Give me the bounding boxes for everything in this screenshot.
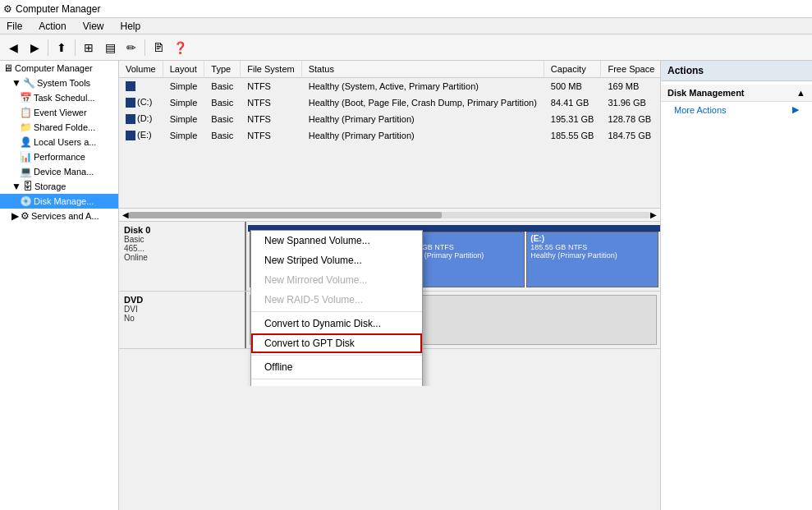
sidebar-item-performance[interactable]: 📊 Performance <box>0 149 118 164</box>
ctx-convert-dynamic[interactable]: Convert to Dynamic Disk... <box>251 314 422 333</box>
device-manager-icon: 💻 <box>20 166 32 177</box>
action-more-actions[interactable]: More Actions ▶ <box>661 102 812 117</box>
forward-button[interactable]: ▶ <box>25 38 44 57</box>
sidebar-item-storage[interactable]: ▼ 🗄 Storage <box>0 179 118 194</box>
task-scheduler-icon: 📅 <box>20 92 32 103</box>
ctx-sep-2 <box>251 355 422 356</box>
ctx-offline[interactable]: Offline <box>251 357 422 377</box>
disk-table: Volume Layout Type File System Status Ca… <box>119 61 660 209</box>
ctx-sep-1 <box>251 311 422 312</box>
disk0-info: Disk 0 Basic 465... Online <box>119 222 246 291</box>
app-title: Computer Manager <box>16 3 100 15</box>
col-layout[interactable]: Layout <box>163 61 204 78</box>
actions-section-title: Disk Management <box>667 88 745 98</box>
show-hide-button[interactable]: ⊞ <box>79 38 99 57</box>
scroll-left-arrow[interactable]: ◀ <box>122 210 129 219</box>
partition-e-size: 185.55 GB NTFS <box>530 243 654 251</box>
table-row[interactable]: (D:)SimpleBasicNTFSHealthy (Primary Part… <box>119 111 660 127</box>
sidebar-label-computer-manager: Computer Manager <box>15 63 93 73</box>
table-row[interactable]: SimpleBasicNTFSHealthy (System, Active, … <box>119 78 660 94</box>
up-button[interactable]: ⬆ <box>52 38 71 57</box>
system-tools-icon: ▼ <box>11 77 21 89</box>
sidebar-label-disk-management: Disk Manage... <box>34 196 94 206</box>
col-volume[interactable]: Volume <box>119 61 163 78</box>
sidebar-label-shared-folders: Shared Folde... <box>34 122 95 132</box>
sidebar-label-performance: Performance <box>34 152 85 162</box>
toolbar-sep-3 <box>145 39 145 56</box>
disk0-row: Disk 0 Basic 465... Online (C:) <box>119 222 660 292</box>
sidebar-label-system-tools: System Tools <box>37 78 90 88</box>
horizontal-scrollbar[interactable]: ◀ ▶ <box>119 209 660 222</box>
toolbar: ◀ ▶ ⬆ ⊞ ▤ ✏ 🖹 ❓ <box>0 34 812 61</box>
sidebar-item-local-users[interactable]: 👤 Local Users a... <box>0 135 118 149</box>
sidebar-label-storage: Storage <box>34 181 67 191</box>
disk0-type: Basic <box>124 235 240 244</box>
services-icon: ⚙ <box>21 210 30 222</box>
partition-e[interactable]: (E:) 185.55 GB NTFS Healthy (Primary Par… <box>526 232 658 287</box>
col-filesystem[interactable]: File System <box>241 61 301 78</box>
dvd-info: DVD DVI No <box>119 292 246 348</box>
computer-manager-icon: 🖥 <box>3 62 13 74</box>
sidebar-label-task-scheduler: Task Schedul... <box>34 93 95 103</box>
sidebar-item-device-manager[interactable]: 💻 Device Mana... <box>0 164 118 179</box>
toolbar-sep-2 <box>75 39 76 56</box>
sidebar-item-disk-management[interactable]: 💿 Disk Manage... <box>0 194 118 209</box>
app-icon: ⚙ <box>3 3 12 15</box>
col-status[interactable]: Status <box>301 61 544 78</box>
title-bar: ⚙ Computer Manager <box>0 0 812 18</box>
storage-icon: 🗄 <box>23 181 33 192</box>
ctx-new-striped[interactable]: New Striped Volume... <box>251 250 422 270</box>
sidebar-item-computer-manager[interactable]: 🖥 Computer Manager <box>0 61 118 76</box>
ctx-new-mirrored: New Mirrored Volume... <box>251 270 422 290</box>
disk0-name: Disk 0 <box>124 225 240 235</box>
partition-e-label: (E:) <box>530 234 654 243</box>
table-row[interactable]: (E:)SimpleBasicNTFSHealthy (Primary Part… <box>119 127 660 144</box>
col-freespace[interactable]: Free Space <box>601 61 660 78</box>
help-button[interactable]: ❓ <box>170 38 190 57</box>
ctx-new-spanned[interactable]: New Spanned Volume... <box>251 231 422 250</box>
ctx-properties[interactable]: Properties <box>251 381 422 386</box>
menu-action[interactable]: Action <box>35 21 69 32</box>
table-row[interactable]: (C:)SimpleBasicNTFSHealthy (Boot, Page F… <box>119 94 660 111</box>
grid-button[interactable]: ▤ <box>100 38 120 57</box>
actions-section-disk-management-header[interactable]: Disk Management ▲ <box>661 85 812 102</box>
sidebar-item-system-tools[interactable]: ▼ 🔧 System Tools <box>0 76 118 90</box>
sidebar-item-shared-folders[interactable]: 📁 Shared Folde... <box>0 120 118 135</box>
scroll-right-arrow[interactable]: ▶ <box>650 210 657 219</box>
col-type[interactable]: Type <box>204 61 241 78</box>
dvd-label: DVI <box>124 305 240 314</box>
disk0-size: 465... <box>124 244 240 253</box>
action-more-actions-label: More Actions <box>674 105 727 115</box>
disk-management-icon: 💿 <box>20 195 32 207</box>
edit-button[interactable]: ✏ <box>122 38 141 57</box>
back-button[interactable]: ◀ <box>3 38 23 57</box>
toolbar-sep-1 <box>48 39 48 56</box>
sidebar-item-event-viewer[interactable]: 📋 Event Viewer <box>0 105 118 120</box>
scrollbar-track[interactable] <box>129 212 650 218</box>
menu-view[interactable]: View <box>80 21 108 32</box>
action-more-actions-arrow: ▶ <box>792 104 799 115</box>
menu-file[interactable]: File <box>3 21 25 32</box>
sidebar-item-task-scheduler[interactable]: 📅 Task Schedul... <box>0 90 118 105</box>
dvd-name: DVD <box>124 295 240 305</box>
sidebar-label-services: Services and A... <box>31 211 99 221</box>
ctx-new-raid5: New RAID-5 Volume... <box>251 290 422 310</box>
dvd-status: No <box>124 314 240 323</box>
event-viewer-icon: 📋 <box>20 107 32 118</box>
performance-icon: 📊 <box>20 151 32 163</box>
properties-button[interactable]: 🖹 <box>149 38 168 57</box>
col-capacity[interactable]: Capacity <box>544 61 601 78</box>
scrollbar-thumb[interactable] <box>129 212 442 218</box>
system-tools-folder-icon: 🔧 <box>23 77 35 89</box>
content-area: Volume Layout Type File System Status Ca… <box>119 61 660 510</box>
ctx-convert-gpt[interactable]: Convert to GPT Disk <box>251 333 422 353</box>
services-expand-icon: ▶ <box>11 210 19 222</box>
actions-section-disk-management: Disk Management ▲ More Actions ▶ <box>661 81 812 121</box>
menu-help[interactable]: Help <box>117 21 145 32</box>
sidebar-item-services[interactable]: ▶ ⚙ Services and A... <box>0 209 118 223</box>
actions-section-collapse-icon: ▲ <box>796 88 805 98</box>
disk0-status: Online <box>124 253 240 262</box>
main-layout: 🖥 Computer Manager ▼ 🔧 System Tools 📅 Ta… <box>0 61 812 510</box>
disk-visualization: Disk 0 Basic 465... Online (C:) <box>119 222 660 386</box>
menu-bar: File Action View Help <box>0 18 812 34</box>
